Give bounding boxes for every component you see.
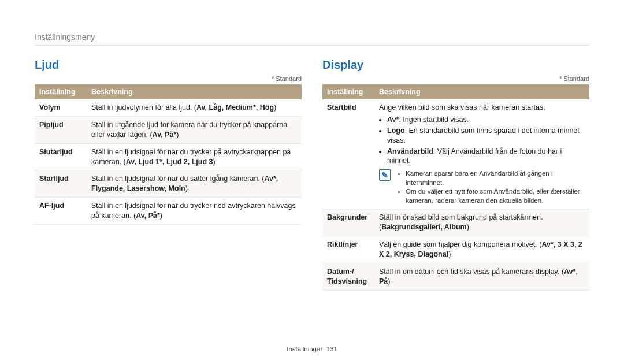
- list-item: Användarbild: Välj Användarbild från de …: [387, 147, 585, 166]
- table-row: Startljud Ställ in en ljudsignal för när…: [35, 170, 302, 198]
- setting-desc: Ställ in en ljudsignal för när du sätter…: [87, 170, 302, 198]
- list-item: Kameran sparar bara en Användarbild åt g…: [406, 169, 585, 187]
- ljud-footnote: * Standard: [35, 75, 302, 82]
- startbild-intro: Ange vilken bild som ska visas när kamer…: [379, 103, 545, 112]
- table-row: Pipljud Ställ in utgående ljud för kamer…: [35, 116, 302, 143]
- setting-desc: Välj en guide som hjälper dig komponera …: [374, 236, 589, 263]
- setting-name: Startbild: [322, 99, 374, 209]
- ljud-section: Ljud * Standard Inställning Beskrivning …: [35, 58, 302, 291]
- table-row: AF-ljud Ställ in en ljudsignal för när d…: [35, 198, 302, 225]
- setting-desc: Ange vilken bild som ska visas när kamer…: [374, 99, 589, 209]
- table-row: Riktlinjer Välj en guide som hjälper dig…: [322, 236, 589, 263]
- setting-name: Riktlinjer: [322, 236, 374, 263]
- breadcrumb: Inställningsmeny: [35, 32, 589, 46]
- startbild-notes: Kameran sparar bara en Användarbild åt g…: [395, 169, 585, 205]
- footer-page: 131: [326, 346, 337, 352]
- table-row: Datum-/ Tidsvisning Ställ in om datum oc…: [322, 263, 589, 290]
- setting-name: Volym: [35, 99, 87, 116]
- startbild-notebox: ✎ Kameran sparar bara en Användarbild åt…: [379, 169, 585, 205]
- display-table: Inställning Beskrivning Startbild Ange v…: [322, 84, 589, 291]
- table-row: Slutarljud Ställ in en ljudsignal för nä…: [35, 143, 302, 170]
- table-row: Volym Ställ in ljudvolymen för alla ljud…: [35, 99, 302, 116]
- page-footer: Inställningar 131: [0, 346, 624, 352]
- setting-desc: Ställ in en ljudsignal för när du trycke…: [87, 143, 302, 170]
- table-row: Startbild Ange vilken bild som ska visas…: [322, 99, 589, 209]
- display-th-desc: Beskrivning: [374, 84, 589, 99]
- setting-desc: Ställ in om datum och tid ska visas på k…: [374, 263, 589, 290]
- setting-name: Datum-/ Tidsvisning: [322, 263, 374, 290]
- setting-desc: Ställ in önskad bild som bakgrund på sta…: [374, 209, 589, 236]
- setting-name: Bakgrunder: [322, 209, 374, 236]
- display-footnote: * Standard: [322, 75, 589, 82]
- setting-name: Pipljud: [35, 116, 87, 143]
- list-item: Om du väljer ett nytt foto som Användarb…: [406, 187, 585, 205]
- setting-desc: Ställ in utgående ljud för kamera när du…: [87, 116, 302, 143]
- setting-name: AF-ljud: [35, 198, 87, 225]
- setting-desc: Ställ in ljudvolymen för alla ljud. (Av,…: [87, 99, 302, 116]
- note-icon: ✎: [379, 169, 391, 181]
- display-title: Display: [322, 58, 589, 72]
- ljud-title: Ljud: [35, 58, 302, 72]
- setting-desc: Ställ in en ljudsignal för när du trycke…: [87, 198, 302, 225]
- display-section: Display * Standard Inställning Beskrivni…: [322, 58, 589, 291]
- list-item: Av*: Ingen startbild visas.: [387, 115, 585, 125]
- setting-name: Slutarljud: [35, 143, 87, 170]
- setting-name: Startljud: [35, 170, 87, 198]
- ljud-table: Inställning Beskrivning Volym Ställ in l…: [35, 84, 302, 225]
- list-item: Logo: En standardbild som finns sparad i…: [387, 126, 585, 146]
- startbild-bullets: Av*: Ingen startbild visas. Logo: En sta…: [379, 115, 585, 166]
- display-th-setting: Inställning: [322, 84, 374, 99]
- table-row: Bakgrunder Ställ in önskad bild som bakg…: [322, 209, 589, 236]
- ljud-th-desc: Beskrivning: [87, 84, 302, 99]
- footer-section: Inställningar: [287, 346, 322, 352]
- ljud-th-setting: Inställning: [35, 84, 87, 99]
